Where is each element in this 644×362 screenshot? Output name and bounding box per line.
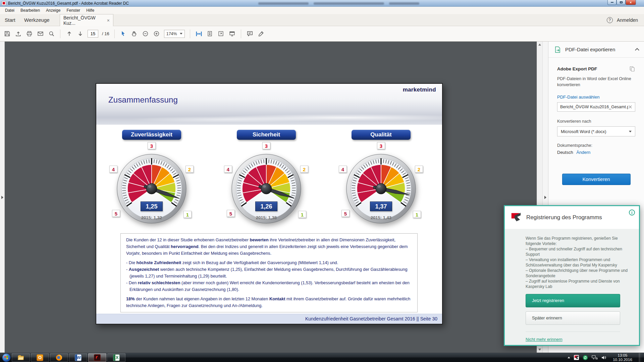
select-tool-icon[interactable]	[120, 30, 127, 38]
tab-document[interactable]: Bericht_ÖVGW Kuz... ×	[60, 14, 113, 26]
next-page-icon[interactable]	[76, 30, 84, 38]
print-icon[interactable]	[25, 30, 33, 38]
email-icon[interactable]	[37, 30, 44, 38]
maximize-button[interactable]	[616, 0, 626, 5]
share-upload-icon[interactable]	[14, 30, 22, 38]
taskbar-clock[interactable]: 13:05 10.10.2016	[610, 353, 635, 362]
taskbar-explorer-button[interactable]	[12, 353, 30, 362]
gauge-scale-label: 5	[227, 210, 235, 217]
taskbar: O W X 13:05 10.10.2016	[0, 353, 644, 362]
bullet-item: - Ausgezeichnet werden auch technische K…	[126, 266, 412, 280]
page-total-label: / 16	[102, 31, 109, 36]
zoom-level-select[interactable]: 174%	[164, 30, 185, 38]
tray-update-icon[interactable]	[583, 355, 588, 360]
menu-hilfe[interactable]: Hilfe	[83, 7, 97, 14]
tray-kaspersky-icon[interactable]	[574, 355, 579, 360]
chevron-down-icon	[180, 33, 182, 35]
fit-width-icon[interactable]	[195, 30, 203, 38]
zoom-in-icon[interactable]	[153, 30, 160, 38]
paragraph: 18% der Kunden nahmen laut eigenen Angab…	[126, 296, 412, 309]
slide-footer: Kundenzufriedenheit Gasnetzbetreiber Ges…	[96, 314, 442, 324]
gauge-previous-value: 2015: 1,32	[111, 215, 192, 220]
close-button[interactable]: ×	[626, 0, 636, 5]
page-number-input[interactable]	[88, 30, 98, 38]
comment-icon[interactable]	[246, 30, 254, 38]
format-value: Microsoft Word (*.docx)	[561, 129, 629, 134]
expand-nav-icon	[1, 196, 3, 199]
gauge-scale-label: 4	[224, 166, 232, 173]
gauge-scale-label: 1	[298, 211, 306, 218]
minimize-button[interactable]	[607, 0, 616, 5]
tab-werkzeuge[interactable]: Werkzeuge	[24, 14, 50, 26]
tab-close-icon[interactable]: ×	[107, 18, 110, 23]
sign-in-link[interactable]: Anmelden	[617, 17, 638, 23]
presentation-mode-icon[interactable]	[228, 30, 236, 38]
never-remind-link[interactable]: Nicht mehr erinnern	[526, 337, 562, 342]
taskbar-outlook-button[interactable]: O	[31, 353, 49, 362]
gauge-scale-label: 5	[112, 210, 120, 217]
remove-file-icon[interactable]	[628, 105, 632, 109]
previous-page-icon[interactable]	[65, 30, 73, 38]
scroll-up-icon[interactable]	[538, 44, 541, 46]
menu-anzeige[interactable]: Anzeige	[43, 7, 63, 14]
gauge-scale-label: 2	[185, 166, 194, 173]
body-line: – Bequemer und schneller Zugriff auf den…	[526, 246, 631, 257]
save-icon[interactable]	[3, 30, 11, 38]
taskbar-word-button[interactable]: W	[69, 353, 87, 362]
taskbar-excel-button[interactable]: X	[107, 353, 125, 362]
tab-start[interactable]: Start	[5, 14, 15, 26]
scroll-down-icon[interactable]	[538, 349, 541, 351]
search-icon[interactable]	[48, 30, 55, 38]
tray-expand-icon[interactable]	[568, 357, 570, 358]
panel-description: PDF-Dateien in Word oder Excel Online ko…	[557, 76, 635, 88]
tray-volume-icon[interactable]	[601, 355, 606, 360]
gauge-title: Sicherheit	[237, 130, 296, 140]
marketmind-logo: marketmind	[403, 86, 436, 93]
window-titlebar: Bericht_ÖVGW Kuzu2016_Gesamt.pdf - Adobe…	[0, 0, 644, 7]
panel-header[interactable]: PDF-Datei exportieren	[548, 42, 644, 58]
titlebar-blur	[389, 2, 419, 5]
select-pdf-link[interactable]: PDF-Datei auswählen	[557, 95, 635, 100]
excel-icon: X	[113, 354, 120, 361]
menu-fenster[interactable]: Fenster	[63, 7, 83, 14]
menu-datei[interactable]: Datei	[2, 7, 17, 14]
gauge-scale-label: 1	[183, 211, 192, 218]
gauge-zuverlaessigkeit: Zuverlässigkeit 1,25 2015: 1,32 34521	[111, 130, 192, 234]
gauge-value: 1,25	[141, 201, 163, 211]
info-icon[interactable]: i	[629, 209, 635, 216]
selected-file-box[interactable]: Bericht_ÖVGW Kuzu2016_Gesamt.pdf	[557, 102, 635, 112]
taskbar-acrobat-button[interactable]	[88, 353, 106, 362]
gauge-scale-label: 4	[109, 166, 117, 173]
chevron-up-icon[interactable]	[635, 48, 639, 52]
taskbar-firefox-button[interactable]	[50, 353, 68, 362]
dialog-title: Registrierung des Programms	[526, 214, 602, 221]
acrobat-app-icon	[2, 1, 6, 5]
nav-pane-handle[interactable]	[0, 42, 5, 353]
gauge-scale-label: 5	[341, 210, 350, 217]
zoom-out-icon[interactable]	[142, 30, 149, 38]
fullscreen-icon[interactable]	[217, 30, 225, 38]
gauge-sicherheit: Sicherheit 1,26 2015: 1,38 34521	[226, 130, 307, 234]
gauge-previous-value: 2015: 1,38	[226, 215, 307, 220]
help-icon[interactable]: ?	[607, 17, 613, 23]
clock-date: 10.10.2016	[610, 358, 635, 362]
start-button[interactable]	[2, 353, 11, 362]
change-language-link[interactable]: Ändern	[576, 150, 590, 155]
document-language-label: Dokumentsprache:	[557, 143, 635, 148]
highlight-pen-icon[interactable]	[257, 30, 265, 38]
register-now-button[interactable]: Jetzt registrieren	[526, 294, 620, 307]
explorer-icon	[17, 355, 24, 361]
document-language-value: Deutsch	[557, 150, 573, 155]
windows-flag-icon	[4, 356, 8, 360]
remind-later-button[interactable]: Später erinnern	[526, 311, 620, 325]
hand-tool-icon[interactable]	[131, 30, 138, 38]
convert-button[interactable]: Konvertieren	[562, 174, 631, 185]
format-select[interactable]: Microsoft Word (*.docx)	[557, 126, 635, 136]
gauge-scale-label: 2	[300, 166, 308, 173]
menu-bearbeiten[interactable]: Bearbeiten	[17, 7, 43, 14]
tray-network-icon[interactable]	[592, 355, 598, 360]
gauge-scale-label: 4	[339, 166, 347, 173]
show-desktop-button[interactable]	[639, 353, 641, 362]
fit-page-icon[interactable]	[206, 30, 214, 38]
clock-time: 13:05	[610, 353, 635, 358]
